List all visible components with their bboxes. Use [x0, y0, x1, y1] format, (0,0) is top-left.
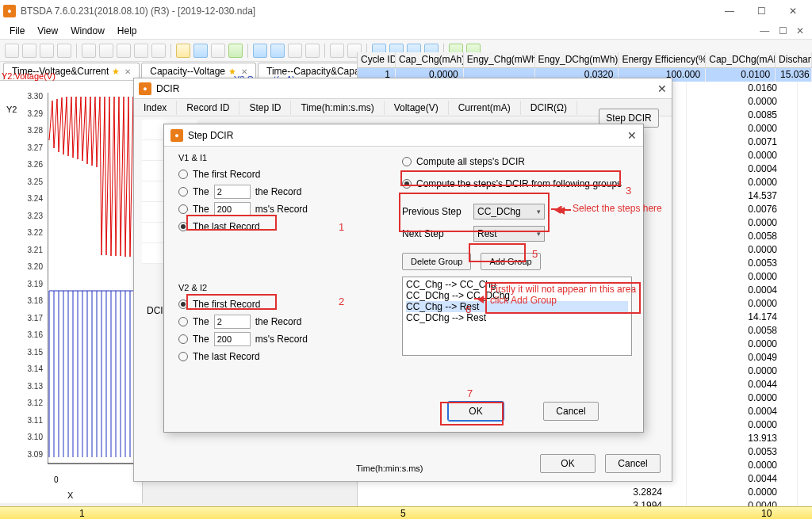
y-tick: 3.13 [22, 382, 43, 391]
v2-ms-input[interactable] [214, 332, 251, 346]
chart-panel: Y2:Voltage(V) Y2 3.303.293.283.273.263.2… [0, 81, 143, 503]
tool-icon[interactable] [22, 44, 36, 58]
y-tick: 3.14 [22, 364, 43, 373]
tool-icon[interactable] [57, 44, 71, 58]
compute-all-radio[interactable] [402, 157, 412, 166]
y2-axis-label: Y2:Voltage(V) [2, 71, 56, 81]
step-dcir-titlebar: ● Step DCIR ✕ [164, 124, 643, 147]
dcir-close-button[interactable]: ✕ [657, 82, 667, 95]
delete-group-button[interactable]: Delete Group [402, 253, 471, 270]
group-v2-label: V2 & I2 [178, 283, 385, 292]
v1-record-input[interactable] [214, 185, 251, 199]
col-dir[interactable]: Discharge IR(Ω) [776, 52, 812, 67]
y-tick: 3.18 [22, 296, 43, 305]
col-volt[interactable]: Voltage(V) [385, 101, 449, 115]
v1-the-ms-radio[interactable] [178, 204, 188, 214]
tool-icon[interactable] [5, 44, 19, 58]
col-eff[interactable]: Energy Efficiency(%) [619, 52, 706, 67]
step-dcir-close-button[interactable]: ✕ [627, 129, 637, 142]
y-tick: 3.28 [22, 126, 43, 135]
tool-icon[interactable] [330, 44, 344, 58]
dcir-title: DCIR [156, 83, 179, 94]
menu-window[interactable]: Window [64, 24, 111, 38]
v2-the-record-radio[interactable] [178, 317, 188, 326]
y-tick: 3.09 [22, 450, 43, 459]
step-dcir-title: Step DCIR [188, 130, 233, 141]
table-row[interactable]: 3.28240.0000 [358, 486, 812, 499]
list-item[interactable]: CC_Chg --> Rest [406, 301, 628, 312]
minimize-button[interactable]: — [714, 2, 745, 21]
menu-help[interactable]: Help [111, 24, 144, 38]
col-time[interactable]: Time(h:min:s.ms) [291, 101, 384, 115]
v2-record-input[interactable] [214, 315, 251, 329]
tool-icon[interactable] [117, 44, 131, 58]
tool-icon[interactable] [134, 44, 148, 58]
step-cancel-button[interactable]: Cancel [543, 402, 599, 421]
tool-icon[interactable] [305, 44, 320, 58]
y-tick: 3.16 [22, 330, 43, 339]
col-step[interactable]: Step ID [239, 101, 291, 115]
maximize-button[interactable]: ☐ [745, 2, 777, 21]
export-icon[interactable] [228, 44, 243, 58]
col-capd[interactable]: Cap_DChg(mAh) [706, 52, 776, 67]
groups-listbox[interactable]: CC_Chg --> CC_Chg CC_DChg --> CC_DChg CC… [402, 277, 632, 356]
prev-step-label: Previous Step [402, 206, 465, 217]
tool-icon[interactable] [288, 44, 302, 58]
tool-icon[interactable] [40, 44, 54, 58]
dcir-ok-button[interactable]: OK [540, 454, 596, 473]
menu-file[interactable]: File [3, 24, 31, 38]
nav-fwd-icon[interactable] [270, 44, 285, 58]
app-icon: ● [170, 129, 183, 142]
y-tick: 3.22 [22, 228, 43, 237]
tool-icon[interactable] [211, 44, 225, 58]
mdi-controls[interactable]: — ☐ ✕ [753, 24, 812, 38]
v1-first-radio[interactable] [178, 170, 188, 179]
y-tick: 3.24 [22, 194, 43, 203]
group-v1-label: V1 & I1 [178, 153, 385, 162]
col-index[interactable]: Index [134, 101, 177, 115]
add-group-button[interactable]: Add Group [481, 253, 540, 270]
v1-last-radio[interactable] [178, 222, 188, 231]
col-capchg[interactable]: Cap_Chg(mAh) [396, 52, 464, 67]
y-tick: 3.29 [22, 109, 43, 118]
v1-the-record-radio[interactable] [178, 187, 188, 197]
prev-step-combo[interactable]: CC_DChg▾ [473, 204, 545, 219]
col-record[interactable]: Record ID [177, 101, 239, 115]
next-step-combo[interactable]: Rest▾ [473, 226, 545, 242]
col-curr[interactable]: Current(mA) [449, 101, 521, 115]
timeline-ruler[interactable]: 1 5 10 [0, 506, 812, 519]
tool-icon[interactable] [82, 44, 96, 58]
v2-the-ms-radio[interactable] [178, 334, 188, 344]
save-icon[interactable] [193, 44, 208, 58]
nav-back-icon[interactable] [253, 44, 267, 58]
list-item[interactable]: CC_DChg --> Rest [406, 312, 628, 323]
star-icon: ★ [112, 67, 120, 77]
col-cycle[interactable]: Cycle ID [358, 52, 396, 67]
y-tick: 3.21 [22, 246, 43, 254]
app-icon: ● [139, 82, 151, 95]
y-tick: 3.15 [22, 348, 43, 357]
list-item[interactable]: CC_Chg --> CC_Chg [406, 279, 628, 290]
step-ok-button[interactable]: OK [448, 402, 504, 421]
tab-close-icon[interactable]: ✕ [124, 67, 131, 76]
col-dcir[interactable]: DCIR(Ω) [521, 101, 577, 115]
menu-view[interactable]: View [31, 24, 64, 38]
v1-ms-input[interactable] [214, 202, 251, 216]
tool-icon[interactable] [151, 44, 166, 58]
x-axis-label: X [67, 490, 73, 500]
v2-first-radio[interactable] [178, 300, 188, 309]
open-icon[interactable] [176, 44, 190, 58]
dcir-cancel-button[interactable]: Cancel [605, 454, 661, 473]
app-icon: ● [3, 5, 16, 17]
v2-last-radio[interactable] [178, 352, 188, 361]
tool-icon[interactable] [99, 44, 113, 58]
col-engyd[interactable]: Engy_DChg(mWh) [535, 52, 619, 67]
close-button[interactable]: ✕ [777, 2, 809, 21]
y-tick: 3.30 [22, 92, 43, 101]
col-engychg[interactable]: Engy_Chg(mWh) [464, 52, 535, 67]
y-tick: 3.23 [22, 212, 43, 220]
compute-groups-radio[interactable] [402, 179, 412, 189]
list-item[interactable]: CC_DChg --> CC_DChg [406, 290, 628, 301]
step-dcir-dialog: ● Step DCIR ✕ V1 & I1 The first Record T… [163, 124, 644, 433]
dcir-header: Index Record ID Step ID Time(h:min:s.ms)… [134, 99, 672, 116]
